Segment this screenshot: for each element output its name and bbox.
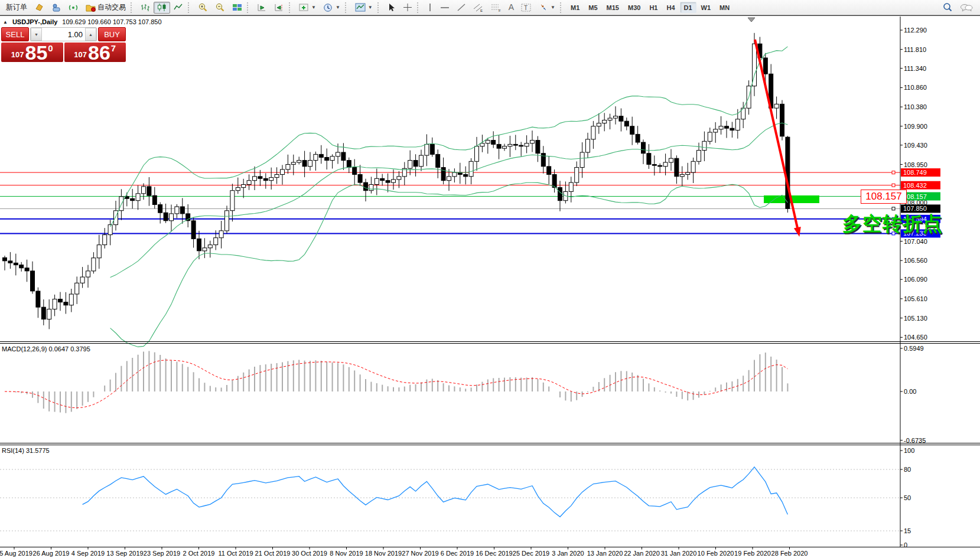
arrows-icon[interactable]: ▼ bbox=[535, 2, 559, 14]
text-icon[interactable]: A bbox=[505, 2, 517, 14]
date-tick-label: 13 Jan 2020 bbox=[587, 550, 623, 557]
periods-button[interactable]: ▼ bbox=[320, 2, 344, 14]
timeframe-toolbar: M1M5M15M30H1H4D1W1MN bbox=[566, 2, 734, 13]
price-badge-label: 108.432 bbox=[903, 182, 927, 189]
cursor-icon[interactable] bbox=[384, 2, 399, 14]
date-tick-label: 28 Feb 2020 bbox=[771, 550, 808, 557]
line-end-marker bbox=[892, 184, 895, 187]
date-tick-label: 19 Feb 2020 bbox=[734, 550, 771, 557]
date-tick-label: 27 Nov 2019 bbox=[402, 550, 438, 557]
tile-windows-icon[interactable] bbox=[229, 2, 246, 14]
axis-tick-label: 112.290 bbox=[904, 27, 927, 34]
buy-price-prefix: 107 bbox=[74, 50, 87, 59]
axis-tick-label: 108.950 bbox=[904, 161, 927, 168]
bar-chart-icon[interactable] bbox=[137, 2, 154, 14]
chart-canvas[interactable]: 112.290111.810111.340110.860110.380109.9… bbox=[0, 1, 980, 558]
buy-price-display[interactable]: 107 86 7 bbox=[64, 43, 126, 62]
toolbar: 新订单 自动交易 ▼ ▼ ▼ E F A T ▼ bbox=[0, 0, 980, 15]
chevron-down-icon: ▼ bbox=[551, 5, 555, 10]
date-tick-label: 31 Jan 2020 bbox=[661, 550, 697, 557]
volume-up-button[interactable]: ▲ bbox=[85, 28, 96, 41]
rsi-axis-label: 15 bbox=[904, 527, 911, 534]
date-tick-label: 26 Aug 2019 bbox=[33, 550, 70, 557]
rsi-axis-label: 100 bbox=[904, 447, 914, 454]
chevron-down-icon: ▼ bbox=[368, 5, 373, 10]
axis-tick-label: 110.380 bbox=[904, 103, 927, 110]
chat-icon[interactable] bbox=[956, 2, 976, 14]
zoom-in-icon[interactable] bbox=[194, 2, 211, 14]
timeframe-d1-button[interactable]: D1 bbox=[680, 2, 696, 13]
auto-scroll-icon[interactable] bbox=[253, 2, 271, 14]
new-order-button[interactable]: 新订单 bbox=[2, 2, 31, 14]
trendline-icon[interactable] bbox=[453, 2, 470, 14]
templates-button[interactable]: ▼ bbox=[351, 2, 376, 14]
date-tick-label: 15 Aug 2019 bbox=[0, 550, 32, 557]
timeframe-mn-button[interactable]: MN bbox=[715, 2, 734, 13]
timeframe-w1-button[interactable]: W1 bbox=[697, 2, 715, 13]
date-tick-label: 2 Oct 2019 bbox=[183, 550, 215, 557]
timeframe-m15-button[interactable]: M15 bbox=[603, 2, 623, 13]
buy-button[interactable]: BUY bbox=[98, 27, 126, 41]
chart-header: ▲ USDJPY-,Daily 109.629 109.660 107.753 … bbox=[3, 18, 162, 25]
horizontal-line-icon[interactable] bbox=[437, 2, 453, 14]
timeframe-m5-button[interactable]: M5 bbox=[584, 2, 601, 13]
macd-axis-label: 0.5949 bbox=[904, 345, 924, 352]
macd-axis-label: -0.6735 bbox=[904, 437, 926, 444]
rsi-axis-label: 0 bbox=[904, 541, 907, 549]
timeframe-h1-button[interactable]: H1 bbox=[645, 2, 662, 13]
gold-seal-icon[interactable] bbox=[31, 2, 48, 14]
volume-down-button[interactable]: ▼ bbox=[31, 28, 42, 41]
crosshair-icon[interactable] bbox=[399, 2, 416, 14]
axis-tick-label: 107.040 bbox=[904, 238, 927, 245]
axis-tick-label: 109.430 bbox=[904, 142, 927, 149]
toolbar-grip bbox=[560, 2, 565, 13]
line-chart-icon[interactable] bbox=[170, 2, 187, 14]
sell-price-display[interactable]: 107 85 0 bbox=[1, 43, 63, 62]
autotrading-button[interactable]: 自动交易 bbox=[82, 2, 129, 14]
axis-tick-label: 106.090 bbox=[904, 276, 927, 283]
sell-button[interactable]: SELL bbox=[1, 27, 29, 41]
date-tick-label: 8 Nov 2019 bbox=[330, 550, 363, 557]
turning-point-annotation: 多空转折点 bbox=[842, 211, 943, 237]
periods-icon bbox=[323, 3, 333, 12]
date-tick-label: 10 Feb 2020 bbox=[698, 550, 734, 557]
search-icon[interactable] bbox=[939, 2, 956, 14]
indicators-button[interactable]: ▼ bbox=[295, 2, 320, 14]
axis-tick-label: 109.900 bbox=[904, 123, 927, 130]
zoom-out-icon[interactable] bbox=[211, 2, 229, 14]
strategy-tester-icon[interactable] bbox=[48, 2, 65, 14]
axis-tick-label: 111.810 bbox=[904, 46, 926, 53]
sell-price-prefix: 107 bbox=[11, 50, 24, 59]
date-tick-label: 4 Sep 2019 bbox=[71, 550, 105, 557]
date-tick-label: 30 Oct 2019 bbox=[292, 550, 327, 557]
date-tick-label: 18 Nov 2019 bbox=[365, 550, 402, 557]
toolbar-grip bbox=[417, 2, 422, 13]
toolbar-grip bbox=[131, 2, 136, 13]
fibonacci-icon[interactable]: F bbox=[487, 2, 505, 14]
buy-price-big: 86 bbox=[88, 44, 110, 61]
timeframe-m30-button[interactable]: M30 bbox=[624, 2, 644, 13]
macd-indicator-label: MACD(12,26,9) 0.0647 0.3795 bbox=[2, 345, 90, 353]
date-tick-label: 25 Dec 2019 bbox=[513, 550, 549, 557]
text-label-icon[interactable]: T bbox=[517, 2, 535, 14]
sell-price-big: 85 bbox=[25, 44, 48, 61]
timeframe-h4-button[interactable]: H4 bbox=[662, 2, 679, 13]
chart-shift-icon[interactable] bbox=[271, 2, 288, 14]
timeframe-m1-button[interactable]: M1 bbox=[566, 2, 584, 13]
svg-text:T: T bbox=[524, 5, 528, 11]
signals-icon[interactable] bbox=[65, 2, 82, 14]
axis-tick-label: 106.560 bbox=[904, 257, 927, 264]
vertical-line-icon[interactable] bbox=[424, 2, 437, 14]
templates-icon bbox=[355, 3, 366, 12]
equidistant-channel-icon[interactable]: E bbox=[470, 2, 487, 14]
chart-background bbox=[0, 16, 980, 558]
candlestick-chart-icon[interactable] bbox=[154, 2, 170, 14]
axis-tick-label: 111.340 bbox=[904, 65, 926, 72]
rsi-axis-label: 80 bbox=[904, 466, 911, 473]
chevron-down-icon: ▼ bbox=[311, 5, 316, 10]
autotrading-label: 自动交易 bbox=[97, 2, 126, 12]
rsi-axis-label: 50 bbox=[904, 494, 911, 501]
axis-tick-label: 105.610 bbox=[904, 295, 927, 302]
chart-region: 112.290111.810111.340110.860110.380109.9… bbox=[0, 15, 980, 558]
volume-input[interactable] bbox=[42, 28, 85, 41]
